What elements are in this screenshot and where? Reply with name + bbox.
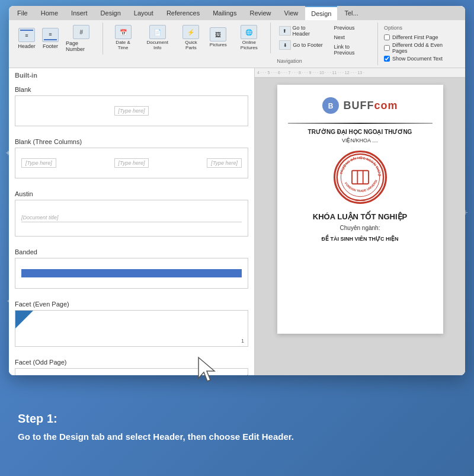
template-banded-box[interactable] [15,258,248,289]
main-area: Built-in Blank [Type here] Blank (Three … [9,68,465,375]
template-banded-label: Banded [15,248,248,255]
facet-corner-br-odd [218,375,248,375]
doc-chuyen-nganh: Chuyên ngành: [340,225,380,231]
template-three-col-label: Blank (Three Columns) [15,138,248,145]
document-info-button[interactable]: 📄 Document Info [140,24,175,52]
go-to-header-icon: ⬆ [279,26,290,36]
template-three-col-box[interactable]: [Type here] [Type here] [Type here] [15,148,248,178]
header-button[interactable]: ≡ Header [16,27,37,50]
screenshot-window: File Home Insert Design Layout Reference… [9,6,465,375]
tab-review[interactable]: Review [244,6,277,20]
header-icon: ≡ [18,28,35,42]
different-odd-even-option[interactable]: Different Odd & Even Pages [384,42,457,54]
facet-corner-tl [15,311,33,328]
document-page: B BUFFcom TRƯỜNG ĐẠI HỌC NGOẠI THƯƠNG VI… [277,85,443,334]
header-panel: Built-in Blank [Type here] Blank (Three … [9,68,255,375]
ribbon: File Home Insert Design Layout Reference… [9,6,465,68]
facet-even-pagenum: 1 [241,338,244,344]
svg-point-2 [337,154,383,200]
template-blank-box[interactable]: [Type here] [15,95,248,126]
step-section: Step 1: Go to the Design tab and select … [0,378,474,476]
ribbon-group-navigation: ⬆ Go to Header ⬇ Go to Footer Previous [272,23,378,65]
panel-title: Built-in [9,68,254,82]
template-three-col-ph2: [Type here] [114,158,149,168]
quick-parts-button[interactable]: ⚡ Quick Parts [177,24,206,52]
doc-de-tai: ĐỀ TÀI SINH VIÊN THỰC HIỆN [321,236,398,242]
doc-title: KHÓA LUẬN TỐT NGHIỆP [313,212,407,221]
template-blank: Blank [Type here] [9,82,254,135]
svg-marker-9 [198,357,214,381]
tab-mailings[interactable]: Mailings [207,6,242,20]
step-title: Step 1: [18,412,456,426]
document-preview: 4 · · · 5 · · · 6 · · · 7 · · · 8 · · · … [255,68,465,375]
template-banded: Banded [9,245,254,297]
svg-text:B: B [328,102,334,110]
tab-bar: File Home Insert Design Layout Reference… [9,6,465,20]
template-facet-even-box[interactable]: 1 [15,310,248,347]
template-three-col-ph3: [Type here] [207,158,242,168]
tab-home[interactable]: Home [35,6,64,20]
tab-insert[interactable]: Insert [65,6,94,20]
date-time-button[interactable]: 📅 Date & Time [108,24,137,52]
tab-view[interactable]: View [278,6,305,20]
tab-design-active[interactable]: Design [305,6,337,20]
template-facet-even-label: Facet (Even Page) [15,301,248,308]
template-three-col: Blank (Three Columns) [Type here] [Type … [9,135,254,187]
tab-tel[interactable]: Tel... [338,6,364,20]
go-to-footer-button[interactable]: ⬇ Go to Footer [277,39,325,51]
next-button[interactable]: Next [331,33,373,41]
tab-layout[interactable]: Layout [128,6,159,20]
buffcom-logo-icon: B [322,97,340,114]
quick-parts-icon: ⚡ [182,25,199,39]
doc-seal: TRƯỜNG ĐẠI HỌC NGOẠI THƯƠNG FOREIGN TRAD… [334,151,387,204]
ribbon-group-options: Options Different First Page Different O… [379,23,462,64]
online-pictures-icon: 🌐 [241,25,257,39]
footer-icon: ≡ [42,28,59,42]
template-facet-even: Facet (Even Page) 1 [9,297,254,355]
template-austin-label: Austin [15,190,248,197]
doc-faculty: VIỆN/KHOA .... [342,138,378,143]
doc-logo-text: BUFFcom [343,100,398,112]
page-number-button[interactable]: # Page Number [63,24,99,53]
pictures-icon: 🖼 [210,27,226,41]
template-austin-box[interactable]: [Document title] [15,200,248,237]
pictures-button[interactable]: 🖼 Pictures [207,26,229,49]
banded-stripe [21,269,242,277]
ribbon-content: ≡ Header ≡ Footer # Page Number [9,20,465,68]
link-to-previous-button[interactable]: Link to Previous [331,43,373,57]
ribbon-group-header-footer: ≡ Header ≡ Footer # Page Number [12,23,103,55]
document-info-icon: 📄 [149,25,166,39]
ruler: 4 · · · 5 · · · 6 · · · 7 · · · 8 · · · … [255,68,465,78]
tab-file[interactable]: File [11,6,34,20]
previous-button[interactable]: Previous [331,24,373,32]
go-to-header-button[interactable]: ⬆ Go to Header [277,24,325,38]
ribbon-group-insert: 📅 Date & Time 📄 Document Info ⚡ Quick Pa… [104,23,271,53]
tab-design[interactable]: Design [95,6,127,20]
seal-svg: TRƯỜNG ĐẠI HỌC NGOẠI THƯƠNG FOREIGN TRAD… [335,151,385,204]
doc-divider [288,123,433,124]
template-austin: Austin [Document title] [9,187,254,245]
template-austin-placeholder: [Document title] [21,215,242,222]
cursor-arrow [196,354,219,384]
show-document-text-option[interactable]: Show Document Text [384,56,457,62]
footer-button[interactable]: ≡ Footer [40,27,61,50]
date-time-icon: 📅 [115,25,132,39]
template-three-col-ph1: [Type here] [21,158,56,168]
doc-university-name: TRƯỜNG ĐẠI HỌC NGOẠI THƯƠNG [308,129,412,135]
go-to-footer-icon: ⬇ [279,40,291,50]
doc-logo: B BUFFcom [322,97,398,114]
template-blank-placeholder: [Type here] [114,106,149,116]
page-number-icon: # [73,25,89,39]
tab-references[interactable]: References [161,6,206,20]
step-description: Go to the Design tab and select Header, … [18,430,456,443]
svg-rect-4 [352,171,369,184]
template-blank-label: Blank [15,86,248,93]
online-pictures-button[interactable]: 🌐 Online Pictures [231,24,267,52]
different-first-page-option[interactable]: Different First Page [384,34,457,40]
